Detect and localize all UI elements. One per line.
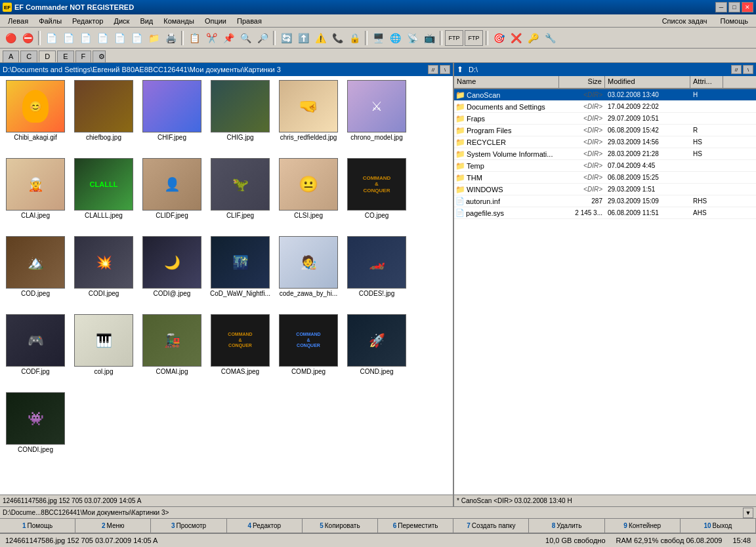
list-item[interactable]: 😊 Chibi_akagi.gif: [3, 79, 68, 154]
f8-delete[interactable]: 8Удалить: [529, 519, 604, 533]
menu-options[interactable]: Опции: [200, 16, 232, 26]
f7-mkdir[interactable]: 7Создать папку: [453, 519, 529, 533]
table-row[interactable]: 📁CanoScan <DIR> 03.02.2008 13:40 H: [454, 89, 756, 101]
left-drive-extra[interactable]: ⚙: [93, 51, 106, 62]
tb-save5[interactable]: 📄: [112, 30, 127, 46]
tb-net3[interactable]: 📡: [404, 30, 420, 46]
left-drive-e[interactable]: E: [57, 51, 74, 62]
menu-editor[interactable]: Редактор: [67, 16, 108, 26]
menu-help[interactable]: Помощь: [715, 16, 754, 26]
table-row[interactable]: 📁Temp <DIR> 07.04.2009 4:45: [454, 160, 756, 172]
tb-copy[interactable]: 📋: [186, 30, 202, 46]
list-item[interactable]: 👤 CLIDF.jpeg: [139, 157, 205, 232]
tb-misc3[interactable]: 🔑: [525, 30, 541, 46]
left-drive-c[interactable]: C: [20, 51, 37, 62]
tb-save4[interactable]: 📄: [94, 30, 110, 46]
path-bar-btn[interactable]: ▼: [743, 508, 753, 518]
maximize-button[interactable]: □: [728, 2, 740, 12]
menu-right[interactable]: Правая: [232, 16, 267, 26]
table-row[interactable]: 📁WINDOWS <DIR> 29.03.2009 1:51: [454, 184, 756, 195]
tb-ftp1[interactable]: FTP: [445, 30, 463, 46]
tb-find[interactable]: 🔍: [238, 30, 253, 46]
f3-view[interactable]: 3Просмотр: [151, 519, 226, 533]
tb-ftp2[interactable]: FTP: [465, 30, 483, 46]
tb-save[interactable]: 📄: [43, 30, 59, 46]
tb-misc4[interactable]: 🔧: [542, 30, 558, 46]
list-item[interactable]: 🧑‍🎨 code_zawa_by_hi...: [276, 235, 341, 310]
list-item[interactable]: 🏎️ CODES!.jpg: [344, 235, 410, 310]
list-item[interactable]: 🚀 COND.jpeg: [344, 313, 410, 388]
col-header-name[interactable]: Name: [454, 76, 559, 88]
tb-cut[interactable]: ✂️: [203, 30, 219, 46]
tb-net1[interactable]: 🖥️: [370, 30, 386, 46]
menu-disk[interactable]: Диск: [108, 16, 135, 26]
f5-copy[interactable]: 5Копировать: [303, 519, 378, 533]
tb-save8[interactable]: 🖨️: [163, 30, 178, 46]
list-item[interactable]: 👾 CONDI.jpeg: [3, 391, 68, 466]
minimize-button[interactable]: ─: [715, 2, 727, 12]
list-item[interactable]: 🤜 chris_redfielded.jpg: [276, 79, 341, 154]
tb-net2[interactable]: 🌐: [387, 30, 403, 46]
table-row[interactable]: 📁Program Files <DIR> 06.08.2009 15:42 R: [454, 125, 756, 136]
right-nav-btn1[interactable]: //: [731, 65, 742, 74]
tb-phone[interactable]: 📞: [329, 30, 345, 46]
left-nav-btn1[interactable]: //: [428, 65, 438, 74]
close-button[interactable]: ✕: [742, 2, 753, 12]
tb-find2[interactable]: 🔎: [255, 30, 270, 46]
list-item[interactable]: CHIF.jpeg: [139, 79, 205, 154]
table-row[interactable]: 📁Fraps <DIR> 29.07.2009 10:51: [454, 113, 756, 125]
tb-refresh[interactable]: 🔄: [278, 30, 294, 46]
f9-container[interactable]: 9Контейнер: [605, 519, 681, 533]
tb-new[interactable]: 🔴: [3, 30, 18, 46]
tb-up[interactable]: ⬆️: [295, 30, 311, 46]
left-drive-a[interactable]: A: [3, 51, 19, 62]
tb-warn[interactable]: ⚠️: [312, 30, 328, 46]
f4-editor[interactable]: 4Редактор: [227, 519, 303, 533]
table-row[interactable]: 📄autorun.inf 287 29.03.2009 15:09 RHS: [454, 195, 756, 207]
list-item[interactable]: 💥 CODI.jpeg: [71, 235, 136, 310]
tb-open[interactable]: ⛔: [20, 30, 35, 46]
table-row[interactable]: 📁System Volume Informati... <DIR> 28.03.…: [454, 148, 756, 160]
list-item[interactable]: CLALLL CLALLL.jpeg: [71, 157, 136, 232]
list-item[interactable]: 🎮 CODF.jpg: [3, 313, 68, 388]
list-item[interactable]: 🌃 CoD_WaW_Nightfi...: [207, 235, 273, 310]
list-item[interactable]: 🚂 COMAI.jpg: [139, 313, 205, 388]
list-item[interactable]: CHIG.jpg: [207, 79, 273, 154]
list-item[interactable]: 🎹 col.jpg: [71, 313, 136, 388]
menu-commands[interactable]: Команды: [158, 16, 200, 26]
list-item[interactable]: ⚔ chrono_model.jpg: [344, 79, 410, 154]
menu-left[interactable]: Левая: [3, 16, 33, 26]
f1-help[interactable]: 1Помощь: [0, 519, 75, 533]
f10-exit[interactable]: 10Выход: [681, 519, 756, 533]
list-item[interactable]: COMMAND&CONQUER COMD.jpeg: [276, 313, 341, 388]
col-header-size[interactable]: Size: [559, 76, 605, 88]
left-drive-d[interactable]: D: [39, 51, 56, 62]
tb-net4[interactable]: 📺: [421, 30, 437, 46]
f2-menu[interactable]: 2Меню: [75, 519, 151, 533]
right-nav-btn2[interactable]: \: [743, 65, 753, 74]
col-header-attrib[interactable]: Attri...: [690, 76, 723, 88]
tb-misc1[interactable]: 🎯: [491, 30, 507, 46]
tb-misc2[interactable]: ❌: [508, 30, 524, 46]
menu-view[interactable]: Вид: [135, 16, 158, 26]
f6-move[interactable]: 6Переместить: [378, 519, 453, 533]
list-item[interactable]: 🧝 CLAI.jpeg: [3, 157, 68, 232]
list-item[interactable]: COMMAND&CONQUER CO.jpeg: [344, 157, 410, 232]
menu-files[interactable]: Файлы: [33, 16, 67, 26]
tb-lock[interactable]: 🔒: [346, 30, 362, 46]
left-drive-f[interactable]: F: [75, 51, 92, 62]
left-nav-btn2[interactable]: \: [440, 65, 450, 74]
table-row[interactable]: 📁RECYCLER <DIR> 29.03.2009 14:56 HS: [454, 136, 756, 148]
col-header-modified[interactable]: Modified: [605, 76, 690, 88]
list-item[interactable]: 🦖 CLIF.jpeg: [207, 157, 273, 232]
tb-save2[interactable]: 📄: [60, 30, 76, 46]
list-item[interactable]: 🌙 CODI@.jpeg: [139, 235, 205, 310]
tb-save6[interactable]: 📄: [129, 30, 144, 46]
list-item[interactable]: COMMAND&CONQUER COMAS.jpeg: [207, 313, 273, 388]
list-item[interactable]: 🏔️ COD.jpeg: [3, 235, 68, 310]
tb-paste[interactable]: 📌: [220, 30, 236, 46]
tb-save3[interactable]: 📄: [77, 30, 93, 46]
table-row[interactable]: 📁THM <DIR> 06.08.2009 15:25: [454, 172, 756, 184]
table-row[interactable]: 📄pagefile.sys 2 145 3... 06.08.2009 11:5…: [454, 207, 756, 219]
list-item[interactable]: 😐 CLSI.jpeg: [276, 157, 341, 232]
